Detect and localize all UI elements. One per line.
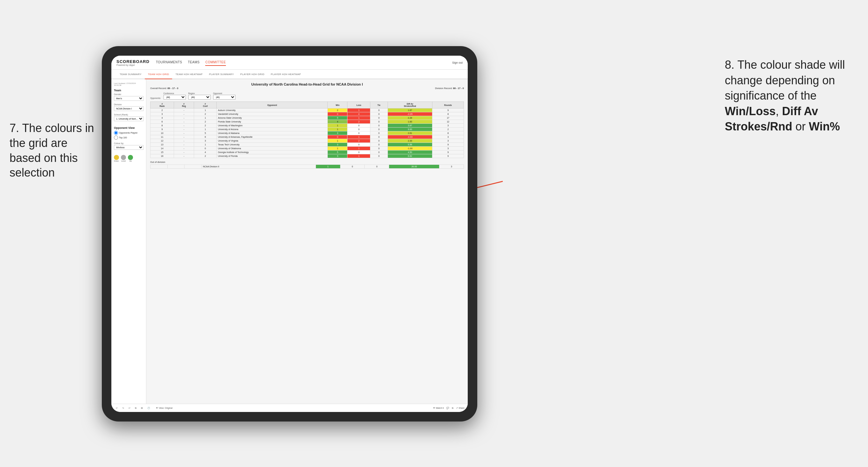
cell-tie: 0 bbox=[370, 116, 388, 120]
division-record: Division Record: 88 - 17 - 0 bbox=[435, 87, 464, 90]
tab-player-h2h-heatmap[interactable]: PLAYER H2H HEATMAP bbox=[268, 70, 304, 79]
toolbar-copy[interactable]: ⧉ bbox=[134, 406, 138, 410]
tab-player-h2h-grid[interactable]: PLAYER H2H GRID bbox=[237, 70, 268, 79]
cell-reg: - bbox=[174, 143, 194, 147]
cell-rank: 6 bbox=[151, 120, 174, 124]
cell-loss: 0 bbox=[347, 143, 370, 147]
cell-loss: 1 bbox=[347, 108, 370, 112]
cell-rank: 12 bbox=[151, 139, 174, 143]
toolbar-grid[interactable]: ⊞ bbox=[140, 406, 144, 410]
opponent-label: Opponent bbox=[213, 92, 236, 94]
cell-reg: - bbox=[174, 147, 194, 151]
cell-tie: 0 bbox=[370, 112, 388, 116]
cell-opponent: University of Arkansas, Fayetteville bbox=[217, 135, 328, 139]
cell-diff: 5.56 bbox=[388, 143, 432, 147]
tab-team-h2h-heatmap[interactable]: TEAM H2H HEATMAP bbox=[172, 70, 206, 79]
cell-reg: - bbox=[174, 124, 194, 128]
nav-committee[interactable]: COMMITTEE bbox=[205, 59, 226, 66]
opponent-view-title: Opponent View bbox=[114, 126, 144, 129]
cell-opponent: Arizona State University bbox=[217, 116, 328, 120]
tab-team-h2h-grid[interactable]: TEAM H2H GRID bbox=[145, 70, 173, 79]
cell-tie: 0 bbox=[370, 124, 388, 128]
table-row: 2 - 1 Auburn University 2 1 0 1.67 9 bbox=[151, 108, 464, 112]
team-section-title: Team bbox=[114, 89, 144, 92]
cell-diff: -1.00 bbox=[388, 147, 432, 151]
tab-team-summary[interactable]: TEAM SUMMARY bbox=[117, 70, 145, 79]
cell-opponent: University of Virginia bbox=[217, 139, 328, 143]
out-of-division-table: NCAA Division II 1 0 0 26.00 3 bbox=[150, 164, 464, 168]
cell-diff: 1.67 bbox=[388, 108, 432, 112]
watch-button[interactable]: 👁 Watch ▾ bbox=[433, 407, 444, 409]
tab-player-summary[interactable]: PLAYER SUMMARY bbox=[206, 70, 237, 79]
cell-tie: 0 bbox=[370, 151, 388, 154]
division-select[interactable]: NCAA Division I bbox=[114, 106, 144, 111]
view-icon: 👁 bbox=[156, 407, 158, 409]
cell-diff: 6.62 bbox=[388, 154, 432, 158]
cell-opponent: NCAA Division II bbox=[202, 165, 316, 168]
table-row: 3 - 2 Vanderbilt University 0 4 0 -2.29 … bbox=[151, 112, 464, 116]
cell-conf: 6 bbox=[194, 135, 217, 139]
toolbar-redo[interactable]: ↪ bbox=[121, 406, 125, 410]
cell-rank bbox=[151, 165, 168, 168]
share-button[interactable]: ↗ Share bbox=[456, 407, 465, 409]
school-select[interactable]: 1. University of Nort... bbox=[114, 117, 144, 121]
table-row: 9 - 1 University of Arizona 1 0 0 9.00 2 bbox=[151, 128, 464, 131]
cell-reg: - bbox=[174, 139, 194, 143]
col-reg: #Reg bbox=[174, 102, 194, 108]
cell-opponent: Texas Tech University bbox=[217, 143, 328, 147]
conference-select[interactable]: (All) bbox=[163, 95, 186, 100]
sign-out-link[interactable]: Sign out bbox=[452, 61, 463, 64]
opponent-select[interactable]: (All) bbox=[213, 95, 236, 100]
toolbar-clock[interactable]: 🕐 bbox=[146, 406, 151, 410]
toolbar-undo[interactable]: ↩ bbox=[115, 406, 119, 410]
col-rounds: Rounds bbox=[432, 102, 464, 108]
gender-select[interactable]: Men's bbox=[114, 96, 144, 101]
cell-diff: -2.29 bbox=[388, 112, 432, 116]
nav-tournaments[interactable]: TOURNAMENTS bbox=[156, 59, 182, 66]
cell-win: 3 bbox=[328, 154, 347, 158]
cell-rank: 4 bbox=[151, 116, 174, 120]
table-row: 15 - 4 Georgia Institute of Technology 5… bbox=[151, 151, 464, 154]
cell-reg bbox=[167, 165, 185, 168]
gender-label: Gender bbox=[114, 93, 144, 95]
legend-down-dot bbox=[114, 155, 119, 160]
cell-reg: - bbox=[174, 151, 194, 154]
radio-opponents-played[interactable]: Opponents Played bbox=[114, 131, 144, 135]
cell-tie: 0 bbox=[370, 135, 388, 139]
grid-record: Overall Record: 89 - 17 - 0 Division Rec… bbox=[150, 87, 464, 90]
table-row: 13 - 1 Texas Tech University 3 0 0 5.56 … bbox=[151, 143, 464, 147]
cell-conf: 1 bbox=[194, 116, 217, 120]
present-button[interactable]: ⧉ bbox=[452, 407, 454, 409]
nav-teams[interactable]: TEAMS bbox=[188, 59, 199, 66]
cell-diff: 4.50 bbox=[388, 151, 432, 154]
cell-rounds: 9 bbox=[432, 143, 464, 147]
cell-rounds: 17 bbox=[432, 116, 464, 120]
cell-reg: - bbox=[174, 154, 194, 158]
toolbar-back[interactable]: ↩ bbox=[127, 406, 132, 410]
cell-tie: 0 bbox=[370, 139, 388, 143]
cell-opponent: Georgia Institute of Technology bbox=[217, 151, 328, 154]
nav-links: TOURNAMENTS TEAMS COMMITTEE bbox=[156, 59, 452, 66]
cell-conf: 2 bbox=[194, 120, 217, 124]
cell-conf: 1 bbox=[194, 143, 217, 147]
region-label: Region bbox=[188, 92, 211, 94]
radio-top100[interactable]: Top 100 bbox=[114, 135, 144, 139]
region-select[interactable]: (All) bbox=[188, 95, 211, 100]
cell-rounds: 3 bbox=[432, 135, 464, 139]
cell-rank: 10 bbox=[151, 131, 174, 135]
toolbar-view[interactable]: 👁 View: Original bbox=[156, 407, 173, 409]
comment-button[interactable]: 💬 bbox=[446, 407, 449, 409]
cell-opponent: University of Alabama bbox=[217, 131, 328, 135]
top-nav: SCOREBOARD Powered by clippd TOURNAMENTS… bbox=[111, 56, 468, 70]
col-rank: #Rank bbox=[151, 102, 174, 108]
colour-by-select[interactable]: Win/loss bbox=[114, 145, 144, 150]
table-row: 10 - 5 University of Alabama 3 0 0 2.61 … bbox=[151, 131, 464, 135]
table-row: 14 - 0 University of Oklahoma 1 1 0 -1.0… bbox=[151, 147, 464, 151]
cell-opponent: University of Florida bbox=[217, 154, 328, 158]
cell-loss: 1 bbox=[347, 154, 370, 158]
cell-rank: 8 bbox=[151, 124, 174, 128]
cell-rounds: 3 bbox=[432, 139, 464, 143]
cell-conf: 1 bbox=[194, 128, 217, 131]
cell-rounds: 2 bbox=[432, 128, 464, 131]
cell-reg: - bbox=[174, 108, 194, 112]
